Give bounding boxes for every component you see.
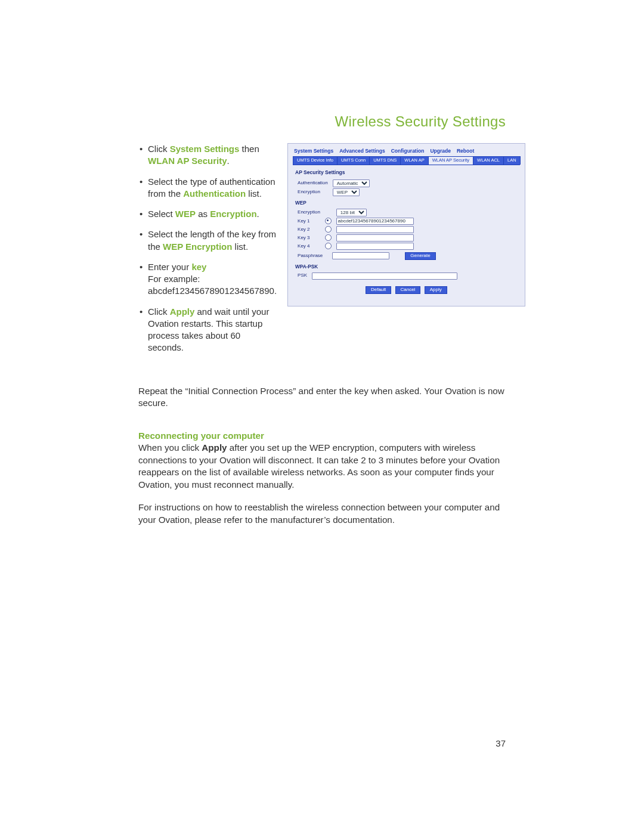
- passphrase-label: Passphrase: [295, 252, 325, 261]
- tab-lan[interactable]: LAN: [503, 156, 521, 164]
- cancel-button[interactable]: Cancel: [395, 286, 421, 294]
- wep-key-input[interactable]: [336, 218, 414, 225]
- wpa-section-label: WPA-PSK: [295, 264, 518, 270]
- nav-item[interactable]: Configuration: [391, 148, 425, 154]
- apply-button[interactable]: Apply: [425, 286, 447, 294]
- nav-item[interactable]: System Settings: [294, 148, 333, 154]
- generate-button[interactable]: Generate: [405, 252, 435, 260]
- body-para-1: Repeat the “Initial Connection Process” …: [138, 385, 506, 410]
- wep-key-label: Key 4: [295, 242, 323, 250]
- tab-umts-device-info[interactable]: UMTS Device Info: [293, 156, 338, 164]
- wep-length-select[interactable]: 128 bit: [336, 209, 367, 216]
- step-item: Click Apply and wait until your Ovation …: [140, 306, 277, 354]
- body-para-2: When you click Apply after you set up th…: [138, 442, 506, 491]
- ap-security-panel: AP Security Settings Authentication Auto…: [290, 165, 522, 298]
- wep-key-row: Key 1: [295, 217, 416, 225]
- default-button[interactable]: Default: [366, 286, 391, 294]
- auth-label: Authentication: [295, 179, 330, 188]
- wep-key-radio[interactable]: [325, 234, 332, 241]
- wep-key-row: Key 2: [295, 225, 416, 234]
- psk-label: PSK: [295, 272, 309, 280]
- page: Wireless Security Settings Click System …: [0, 0, 644, 833]
- authentication-select[interactable]: Automatic: [333, 179, 370, 187]
- enc-label: Encryption: [295, 188, 330, 197]
- wep-key-row: Key 4: [295, 242, 416, 250]
- nav-item[interactable]: Upgrade: [430, 148, 450, 154]
- wep-key-input[interactable]: [336, 234, 414, 241]
- tab-wlan-ap[interactable]: WLAN AP: [400, 156, 428, 164]
- wep-key-input[interactable]: [336, 243, 414, 250]
- body-para-3: For instructions on how to reestablish t…: [138, 501, 506, 526]
- reconnecting-subhead: Reconnecting your computer: [138, 430, 506, 442]
- passphrase-input[interactable]: [332, 252, 389, 259]
- two-column-layout: Click System Settings then WLAN AP Secur…: [138, 143, 506, 363]
- wep-key-row: Key 3: [295, 234, 416, 242]
- step-item: Select the length of the key from the WE…: [140, 228, 277, 253]
- top-nav: System SettingsAdvanced SettingsConfigur…: [290, 147, 522, 155]
- wep-key-radio[interactable]: [325, 218, 332, 224]
- panel-button-row: Default Cancel Apply: [295, 286, 518, 294]
- step-item: Select WEP as Encryption.: [140, 208, 277, 220]
- wep-key-label: Key 3: [295, 234, 323, 242]
- panel-heading: AP Security Settings: [295, 170, 518, 175]
- wep-section-label: WEP: [295, 200, 518, 206]
- wep-key-label: Key 2: [295, 225, 323, 234]
- nav-item[interactable]: Reboot: [457, 148, 474, 154]
- page-number: 37: [496, 738, 506, 750]
- steps-list: Click System Settings then WLAN AP Secur…: [138, 143, 277, 363]
- wep-enc-label: Encryption: [295, 208, 323, 217]
- step-item: Enter your keyFor example:abcdef12345678…: [140, 261, 277, 298]
- tab-wlan-acl[interactable]: WLAN ACL: [473, 156, 504, 164]
- wep-key-radio[interactable]: [325, 243, 332, 249]
- step-item: Click System Settings then WLAN AP Secur…: [140, 143, 277, 168]
- wep-key-radio[interactable]: [325, 226, 332, 233]
- nav-item[interactable]: Advanced Settings: [339, 148, 385, 154]
- page-title: Wireless Security Settings: [335, 112, 506, 131]
- wep-key-label: Key 1: [295, 217, 323, 225]
- tab-bar: UMTS Device InfoUMTS ConnUMTS DNSWLAN AP…: [293, 156, 520, 165]
- tab-umts-conn[interactable]: UMTS Conn: [337, 156, 370, 164]
- router-settings-screenshot: System SettingsAdvanced SettingsConfigur…: [287, 143, 525, 306]
- tab-umts-dns[interactable]: UMTS DNS: [369, 156, 401, 164]
- psk-input[interactable]: [312, 272, 457, 280]
- encryption-select[interactable]: WEP: [333, 188, 360, 196]
- tab-wlan-ap-security[interactable]: WLAN AP Security: [428, 156, 473, 164]
- wep-key-input[interactable]: [336, 226, 414, 233]
- step-item: Select the type of authentication from t…: [140, 176, 277, 200]
- body-text: Repeat the “Initial Connection Process” …: [138, 385, 506, 527]
